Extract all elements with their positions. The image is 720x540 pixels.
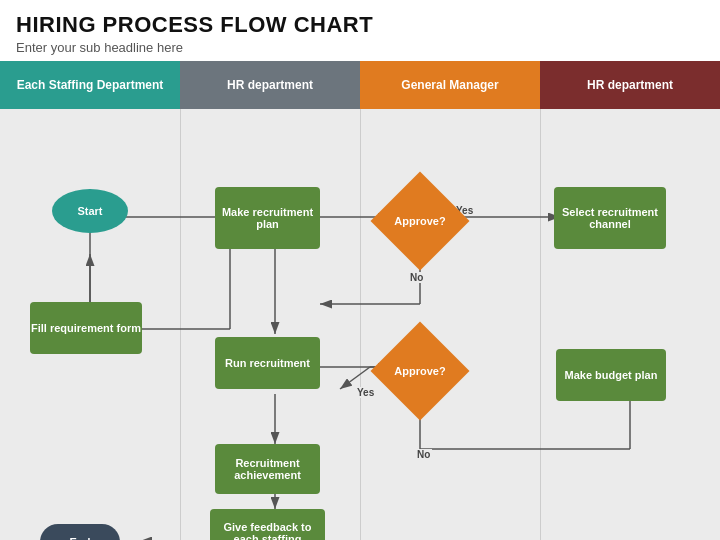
label-no2: No [415, 449, 432, 460]
column-headers: Each Staffing Department HR department G… [0, 61, 720, 109]
make-budget-shape: Make budget plan [556, 349, 666, 401]
approve2-shape: Approve? [380, 331, 460, 411]
recruitment-achievement-shape: Recruitment achievement [215, 444, 320, 494]
col-header-staffing: Each Staffing Department [0, 61, 180, 109]
page: HIRING PROCESS FLOW CHART Enter your sub… [0, 0, 720, 540]
run-recruitment-shape: Run recruitment [215, 337, 320, 389]
col-header-hr1: HR department [180, 61, 360, 109]
label-yes2: Yes [355, 387, 376, 398]
select-channel-shape: Select recruitment channel [554, 187, 666, 249]
make-recruitment-shape: Make recruitment plan [215, 187, 320, 249]
svg-line-13 [340, 367, 370, 389]
end-shape: End [40, 524, 120, 540]
divider-2 [360, 109, 361, 540]
header: HIRING PROCESS FLOW CHART Enter your sub… [0, 0, 720, 61]
fill-form-shape: Fill requirement form [30, 302, 142, 354]
give-feedback-shape: Give feedback to each staffing departmen… [210, 509, 325, 540]
flow-body: Yes No Yes No Start Fill requirement for… [0, 109, 720, 540]
page-title: HIRING PROCESS FLOW CHART [16, 12, 704, 38]
page-subtitle: Enter your sub headline here [16, 40, 704, 55]
divider-1 [180, 109, 181, 540]
chart-area: Each Staffing Department HR department G… [0, 61, 720, 540]
divider-3 [540, 109, 541, 540]
approve1-shape: Approve? [380, 181, 460, 261]
col-header-hr2: HR department [540, 61, 720, 109]
start-shape: Start [52, 189, 128, 233]
col-header-gm: General Manager [360, 61, 540, 109]
label-no1: No [408, 272, 425, 283]
